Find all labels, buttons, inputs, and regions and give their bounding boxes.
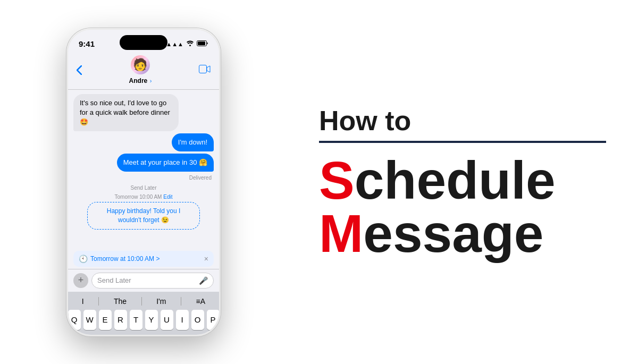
status-time: 9:41: [79, 39, 95, 48]
keyboard: I The I'm ≡A Q W E R T Y U I: [68, 292, 219, 335]
sent-message-2: Meet at your place in 30 🤗: [117, 154, 214, 172]
send-later-label: Send Later: [73, 185, 214, 191]
suggestion-i[interactable]: I: [82, 297, 84, 306]
contact-info[interactable]: 🧑 Andre ›: [129, 55, 152, 85]
suggestion-format[interactable]: ≡A: [196, 297, 206, 306]
status-icons: ▲▲▲: [166, 40, 208, 47]
send-later-time: Tomorrow 10:00 AM Edit: [73, 194, 214, 200]
message-input[interactable]: Send Later 🎤: [91, 273, 214, 289]
key-i[interactable]: I: [176, 310, 189, 330]
schedule-s: S: [319, 150, 355, 210]
sent-message-1: I'm down!: [172, 133, 214, 151]
divider-3: [181, 297, 181, 306]
signal-icon: ▲▲▲: [166, 41, 183, 47]
delivered-status: Delivered: [73, 175, 214, 181]
key-p[interactable]: P: [207, 310, 220, 330]
avatar: 🧑: [131, 55, 150, 74]
divider-line: [319, 141, 606, 143]
right-panel: How to Schedule Message: [287, 0, 638, 364]
phone-mockup: 9:41 ▲▲▲: [66, 28, 221, 336]
message-m: M: [319, 204, 363, 263]
input-placeholder: Send Later: [97, 276, 131, 284]
key-w[interactable]: W: [83, 310, 96, 330]
how-to-heading: How to: [319, 105, 606, 137]
clock-icon: 🕙: [79, 255, 88, 263]
back-button[interactable]: [77, 65, 82, 75]
schedule-rest: chedule: [355, 150, 556, 210]
edit-link[interactable]: Edit: [163, 194, 172, 200]
scheduled-message: Happy birthday! Told you I wouldn't forg…: [87, 202, 199, 230]
svg-point-0: [189, 45, 191, 46]
key-e[interactable]: E: [99, 310, 112, 330]
battery-icon: [197, 40, 208, 47]
key-q[interactable]: Q: [68, 310, 81, 330]
key-o[interactable]: O: [191, 310, 204, 330]
contact-name: Andre: [129, 77, 148, 84]
divider: [98, 297, 99, 306]
key-t[interactable]: T: [130, 310, 142, 330]
key-r[interactable]: R: [114, 310, 127, 330]
svg-rect-3: [199, 65, 206, 73]
divider-2: [141, 297, 142, 306]
wifi-icon: [186, 40, 194, 47]
received-message-1: It's so nice out, I'd love to go for a q…: [73, 94, 179, 132]
schedule-bar-close[interactable]: ×: [204, 255, 208, 263]
keyboard-row-1: Q W E R T Y U I O P: [70, 310, 217, 330]
key-y[interactable]: Y: [145, 310, 158, 330]
key-u[interactable]: U: [161, 310, 173, 330]
input-area: + Send Later 🎤: [68, 269, 219, 292]
left-panel: 9:41 ▲▲▲: [0, 0, 287, 364]
keyboard-suggestions: I The I'm ≡A: [70, 295, 217, 308]
schedule-bar-info: 🕙 Tomorrow at 10:00 AM >: [79, 255, 160, 263]
message-rest: essage: [363, 204, 543, 263]
video-call-button[interactable]: [199, 64, 211, 76]
schedule-word: Schedule: [319, 154, 606, 207]
schedule-time-label: Tomorrow at 10:00 AM >: [90, 255, 160, 263]
messages-header: 🧑 Andre ›: [68, 53, 219, 90]
add-button[interactable]: +: [73, 273, 88, 288]
phone-screen: 9:41 ▲▲▲: [68, 30, 219, 335]
svg-rect-2: [198, 41, 205, 45]
contact-name-row: Andre ›: [129, 75, 152, 85]
suggestion-im[interactable]: I'm: [156, 297, 166, 306]
messages-area: It's so nice out, I'd love to go for a q…: [68, 90, 219, 249]
contact-name-arrow: ›: [150, 78, 152, 84]
message-word: Message: [319, 207, 606, 260]
mic-icon: 🎤: [199, 276, 208, 285]
schedule-bar[interactable]: 🕙 Tomorrow at 10:00 AM > ×: [73, 251, 214, 267]
dynamic-island: [120, 35, 167, 50]
suggestion-the[interactable]: The: [114, 297, 127, 306]
